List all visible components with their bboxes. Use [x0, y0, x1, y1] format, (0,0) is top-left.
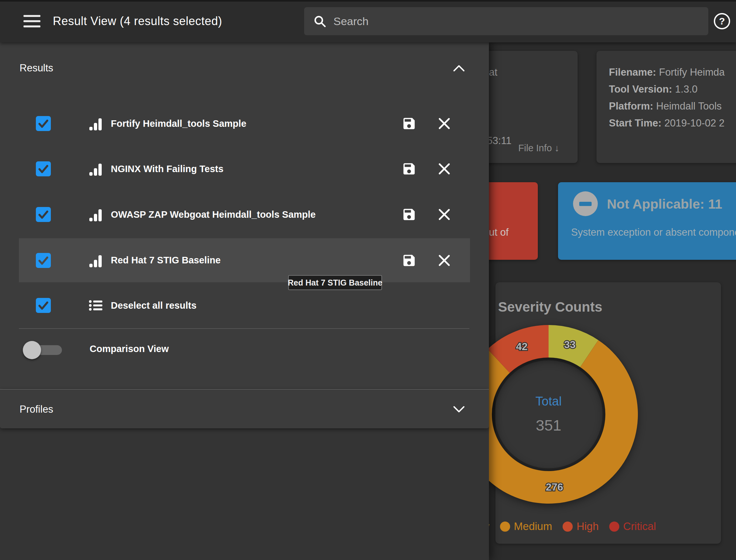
result-row[interactable]: OWASP ZAP Webgoat Heimdall_tools Sample — [0, 193, 489, 236]
minus-circle-icon — [573, 191, 598, 216]
bar-chart-icon — [89, 116, 103, 131]
legend-label: Critical — [623, 520, 656, 533]
result-row[interactable]: NGINX With Failing Tests — [0, 147, 489, 190]
metadata-filename: Filename:Fortify Heimda — [609, 66, 725, 78]
chevron-up-icon[interactable] — [453, 65, 465, 72]
deselect-all-row[interactable]: Deselect all results — [0, 284, 489, 327]
legend-label: Medium — [514, 520, 552, 533]
results-drawer: Results Fortify Heimdall_tools Sample — [0, 42, 489, 560]
legend-label: High — [577, 520, 599, 533]
comparison-view-label: Comparison View — [90, 327, 169, 370]
legend-item-critical[interactable]: Critical — [609, 520, 656, 533]
not-applicable-subtitle: System exception or absent compone — [571, 227, 736, 238]
results-panel: Results Fortify Heimdall_tools Sample — [0, 42, 489, 389]
slice-data-label: 33 — [564, 339, 576, 350]
close-icon[interactable] — [437, 207, 452, 222]
result-checkbox[interactable] — [36, 161, 51, 176]
metadata-platform: Platform:Heimdall Tools — [609, 100, 722, 112]
save-icon[interactable] — [402, 161, 417, 176]
slice-data-label: 276 — [546, 481, 563, 493]
legend-item-high[interactable]: High — [563, 520, 599, 533]
profiles-panel-title: Profiles — [20, 404, 53, 415]
bar-chart-icon — [89, 207, 103, 222]
page-title: Result View (4 results selected) — [53, 14, 222, 28]
search-box — [304, 7, 708, 35]
close-icon[interactable] — [437, 116, 452, 131]
bar-chart-icon — [89, 162, 103, 176]
close-icon[interactable] — [437, 253, 452, 268]
filename-fragment: at — [489, 66, 497, 78]
file-info-link[interactable]: File Info ↓ — [518, 143, 559, 154]
legend-dot — [500, 522, 510, 532]
result-label: OWASP ZAP Webgoat Heimdall_tools Sample — [111, 209, 316, 220]
chevron-down-icon[interactable] — [453, 406, 465, 413]
result-checkbox[interactable] — [36, 116, 51, 131]
results-panel-title: Results — [20, 62, 53, 74]
deselect-all-label: Deselect all results — [111, 300, 197, 311]
legend-dot — [563, 522, 573, 532]
save-icon[interactable] — [402, 253, 417, 268]
result-checkbox[interactable] — [36, 253, 51, 268]
list-icon — [89, 298, 103, 313]
comparison-view-row: Comparison View — [0, 327, 489, 370]
slice-data-label: 42 — [516, 341, 528, 352]
results-panel-header[interactable]: Results — [0, 53, 489, 83]
select-all-checkbox[interactable] — [36, 298, 51, 313]
save-icon[interactable] — [402, 207, 417, 222]
save-icon[interactable] — [402, 116, 417, 131]
not-applicable-card: Not Applicable: 11 System exception or a… — [558, 182, 736, 260]
legend-dot — [609, 522, 619, 532]
metadata-tool-version: Tool Version:1.3.0 — [609, 83, 698, 95]
result-label: NGINX With Failing Tests — [111, 164, 224, 174]
profiles-panel: Profiles — [0, 389, 489, 428]
severity-counts-title: Severity Counts — [498, 299, 602, 315]
file-metadata-card: Filename:Fortify Heimda Tool Version:1.3… — [596, 51, 736, 163]
close-icon[interactable] — [437, 161, 452, 176]
search-icon — [313, 15, 326, 28]
profiles-panel-header[interactable]: Profiles — [0, 395, 489, 424]
passed-fragment: ut of — [489, 227, 508, 238]
result-row[interactable]: Fortify Heimdall_tools Sample — [0, 102, 489, 145]
help-icon[interactable]: ? — [714, 13, 730, 29]
menu-icon[interactable] — [23, 15, 40, 27]
search-input[interactable] — [333, 15, 708, 28]
metadata-start-time: Start Time:2019-10-02 2 — [609, 117, 725, 129]
result-checkbox[interactable] — [36, 207, 51, 222]
comparison-toggle-knob[interactable] — [23, 341, 41, 359]
result-label: Red Hat 7 STIG Baseline — [111, 255, 221, 266]
result-tooltip: Red Hat 7 STIG Baseline — [288, 275, 382, 290]
not-applicable-title: Not Applicable: 11 — [607, 197, 722, 212]
result-row-highlighted[interactable]: Red Hat 7 STIG Baseline — [19, 238, 470, 282]
bar-chart-icon — [89, 253, 103, 268]
app-bar: Result View (4 results selected) ? — [0, 0, 736, 42]
legend-item-medium[interactable]: Medium — [500, 520, 552, 533]
result-label: Fortify Heimdall_tools Sample — [111, 118, 246, 129]
